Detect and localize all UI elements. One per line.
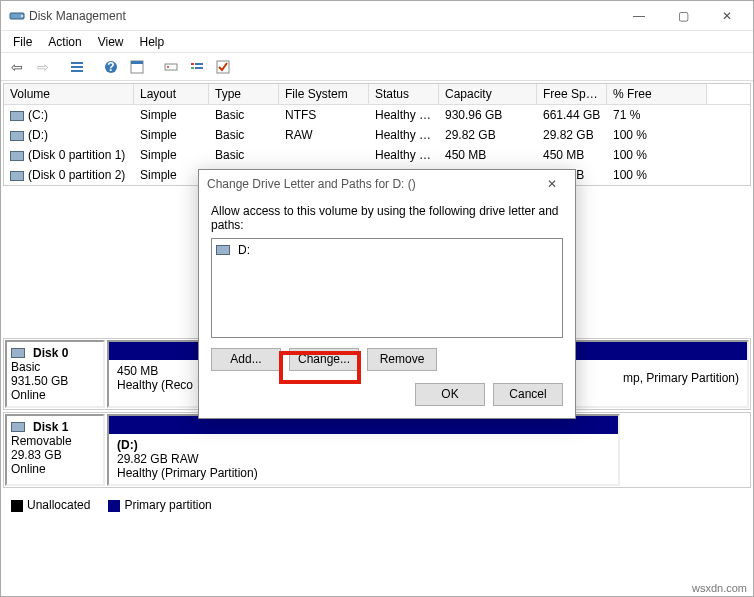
table-row[interactable]: (C:) SimpleBasicNTFSHealthy (B...930.96 … — [4, 105, 750, 125]
app-icon — [9, 8, 25, 24]
table-row[interactable]: (Disk 0 partition 1) SimpleBasicHealthy … — [4, 145, 750, 165]
window-title: Disk Management — [25, 9, 617, 23]
drive-icon — [216, 245, 230, 255]
col-capacity[interactable]: Capacity — [439, 84, 537, 104]
svg-rect-12 — [195, 63, 203, 65]
svg-rect-2 — [71, 62, 83, 64]
disk1-panel: Disk 1 Removable 29.83 GB Online (D:) 29… — [3, 412, 751, 488]
titlebar: Disk Management — ▢ ✕ — [1, 1, 753, 31]
action-button[interactable] — [159, 56, 183, 78]
disk-icon — [11, 422, 25, 432]
disk1-layout[interactable]: (D:) 29.82 GB RAW Healthy (Primary Parti… — [107, 414, 620, 486]
volume-icon — [10, 151, 24, 161]
svg-point-1 — [21, 15, 23, 17]
legend-unallocated: Unallocated — [27, 498, 90, 512]
toolbar: ⇦ ⇨ ? — [1, 53, 753, 81]
cancel-button[interactable]: Cancel — [493, 383, 563, 406]
col-volume[interactable]: Volume — [4, 84, 134, 104]
menu-file[interactable]: File — [5, 33, 40, 51]
legend: Unallocated Primary partition — [1, 490, 753, 520]
ok-button[interactable]: OK — [415, 383, 485, 406]
menu-action[interactable]: Action — [40, 33, 89, 51]
add-button[interactable]: Add... — [211, 348, 281, 371]
table-row[interactable]: (D:) SimpleBasicRAWHealthy (P...29.82 GB… — [4, 125, 750, 145]
col-type[interactable]: Type — [209, 84, 279, 104]
svg-rect-8 — [131, 61, 143, 64]
dialog-title: Change Drive Letter and Paths for D: () — [207, 177, 416, 191]
dialog-instruction: Allow access to this volume by using the… — [211, 204, 563, 232]
forward-button[interactable]: ⇨ — [31, 56, 55, 78]
volume-icon — [10, 131, 24, 141]
maximize-button[interactable]: ▢ — [661, 2, 705, 30]
col-layout[interactable]: Layout — [134, 84, 209, 104]
svg-rect-11 — [191, 63, 194, 65]
change-drive-letter-dialog: Change Drive Letter and Paths for D: () … — [198, 169, 576, 419]
sheet-view-button[interactable] — [125, 56, 149, 78]
svg-rect-4 — [71, 70, 83, 72]
disk1-sidebar[interactable]: Disk 1 Removable 29.83 GB Online — [5, 414, 105, 486]
svg-text:?: ? — [107, 60, 114, 74]
remove-button[interactable]: Remove — [367, 348, 437, 371]
disk-icon — [11, 348, 25, 358]
table-header: Volume Layout Type File System Status Ca… — [4, 84, 750, 105]
list-icon[interactable] — [185, 56, 209, 78]
svg-rect-3 — [71, 66, 83, 68]
change-button[interactable]: Change... — [289, 348, 359, 371]
volume-icon — [10, 171, 24, 181]
legend-primary: Primary partition — [124, 498, 211, 512]
svg-rect-14 — [195, 67, 203, 69]
drive-letter-list[interactable]: D: — [211, 238, 563, 338]
watermark: wsxdn.com — [692, 582, 747, 594]
col-free[interactable]: Free Spa... — [537, 84, 607, 104]
details-view-button[interactable] — [65, 56, 89, 78]
back-button[interactable]: ⇦ — [5, 56, 29, 78]
drive-letter-entry: D: — [238, 243, 250, 257]
check-icon[interactable] — [211, 56, 235, 78]
help-button[interactable]: ? — [99, 56, 123, 78]
svg-rect-9 — [165, 64, 177, 70]
menubar: File Action View Help — [1, 31, 753, 53]
svg-point-10 — [167, 66, 169, 68]
volume-icon — [10, 111, 24, 121]
disk-management-window: Disk Management — ▢ ✕ File Action View H… — [0, 0, 754, 597]
menu-view[interactable]: View — [90, 33, 132, 51]
col-fs[interactable]: File System — [279, 84, 369, 104]
col-percent[interactable]: % Free — [607, 84, 707, 104]
close-button[interactable]: ✕ — [705, 2, 749, 30]
menu-help[interactable]: Help — [132, 33, 173, 51]
dialog-close-button[interactable]: ✕ — [537, 177, 567, 191]
disk0-sidebar[interactable]: Disk 0 Basic 931.50 GB Online — [5, 340, 105, 408]
svg-rect-13 — [191, 67, 194, 69]
col-status[interactable]: Status — [369, 84, 439, 104]
minimize-button[interactable]: — — [617, 2, 661, 30]
